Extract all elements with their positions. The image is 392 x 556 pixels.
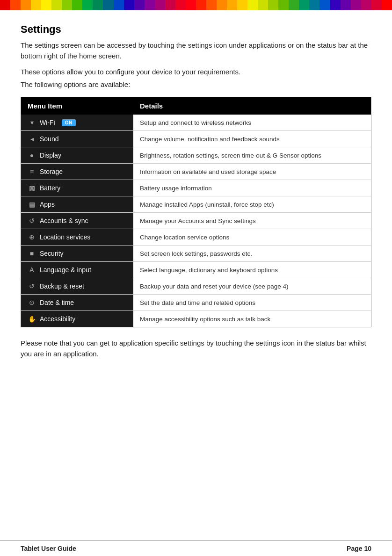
rainbow-segment [10,0,21,10]
page-footer: Tablet User Guide Page 10 [0,541,392,556]
accessibility-icon: ✋ [28,315,36,323]
table-row: ■SecuritySet screen lock settings, passw… [21,246,371,262]
security-icon: ■ [28,250,36,257]
rainbow-segment [155,0,165,10]
rainbow-segment [114,0,124,10]
details-cell: Manage your Accounts and Sync settings [133,213,371,229]
menu-item-label: Apps [40,201,55,208]
rainbow-segment [0,0,10,10]
details-cell: Information on available and used storag… [133,164,371,180]
accounts-icon: ↺ [28,217,36,224]
details-cell: Select language, dictionary and keyboard… [133,262,371,278]
menu-item-label: Security [40,250,64,257]
rainbow-segment [62,0,72,10]
menu-item-cell: ▩Battery [21,180,133,196]
details-cell: Set the date and time and related option… [133,295,371,311]
rainbow-segment [319,0,330,10]
rainbow-segment [186,0,196,10]
table-row: ✋AccessibilityManage accessibility optio… [21,311,371,327]
details-cell: Change location service options [133,229,371,246]
col-header-details: Details [133,97,371,115]
table-row: ▩BatteryBattery usage information [21,180,371,196]
display-icon: ● [28,152,36,159]
apps-icon: ▤ [28,201,36,208]
rainbow-segment [93,0,103,10]
storage-icon: ≡ [28,168,36,175]
rainbow-segment [247,0,258,10]
col-header-menu-item: Menu Item [21,97,133,115]
menu-item-cell: ⊙Date & time [21,295,133,311]
details-cell: Brightness, rotation settings, screen ti… [133,147,371,164]
table-row: ▾Wi-FiONSetup and connect to wireless ne… [21,115,371,131]
menu-item-label: Location services [40,233,90,241]
menu-item-label: Wi-Fi [40,119,55,126]
menu-item-label: Accounts & sync [40,217,88,224]
settings-table-wrapper: Menu Item Details ▾Wi-FiONSetup and conn… [21,97,371,327]
note-text: Please note that you can get to applicat… [21,338,371,360]
menu-item-label: Date & time [40,299,74,306]
main-content: Settings The settings screen can be acce… [0,10,392,392]
rainbow-segment [227,0,237,10]
page-title: Settings [21,23,371,36]
details-cell: Set screen lock settings, passwords etc. [133,246,371,262]
following-text: The following options are available: [21,80,371,88]
rainbow-segment [330,0,341,10]
language-icon: A [28,266,36,274]
location-icon: ⊕ [28,233,36,241]
menu-item-label: Battery [40,184,60,192]
rainbow-segment [134,0,145,10]
footer-left-text: Tablet User Guide [21,545,76,552]
table-row: ●DisplayBrightness, rotation settings, s… [21,147,371,164]
menu-item-cell: ✋Accessibility [21,311,133,327]
rainbow-segment [299,0,309,10]
rainbow-segment [361,0,371,10]
intro-text: The settings screen can be accessed by t… [21,40,371,61]
rainbow-segment [31,0,41,10]
rainbow-segment [165,0,175,10]
rainbow-segment [237,0,247,10]
rainbow-segment [196,0,206,10]
menu-item-cell: ▤Apps [21,196,133,213]
rainbow-segment [51,0,62,10]
battery-icon: ▩ [28,184,36,192]
rainbow-segment [309,0,319,10]
datetime-icon: ⊙ [28,299,36,306]
table-row: ALanguage & inputSelect language, dictio… [21,262,371,278]
rainbow-segment [289,0,299,10]
rainbow-segment [72,0,82,10]
menu-item-cell: ↺Accounts & sync [21,213,133,229]
menu-item-label: Accessibility [40,315,75,323]
rainbow-segment [175,0,186,10]
options-text: These options allow you to configure you… [21,68,371,76]
menu-item-cell: ▾Wi-FiON [21,115,133,131]
wifi-on-badge: ON [62,119,76,126]
menu-item-cell: ●Display [21,147,133,164]
backup-icon: ↺ [28,282,36,290]
menu-item-cell: ↺Backup & reset [21,278,133,295]
menu-item-label: Storage [40,168,63,175]
rainbow-segment [124,0,134,10]
menu-item-label: Display [40,152,61,159]
details-cell: Manage installed Apps (uninstall, force … [133,196,371,213]
rainbow-segment [351,0,361,10]
menu-item-label: Language & input [40,266,91,274]
wifi-icon: ▾ [28,119,36,126]
sound-icon: ◂ [28,135,36,143]
table-row: ⊕Location servicesChange location servic… [21,229,371,246]
menu-item-label: Sound [40,135,58,143]
details-cell: Backup your data and reset your device (… [133,278,371,295]
rainbow-segment [268,0,278,10]
footer-right-text: Page 10 [347,545,371,552]
rainbow-segment [82,0,93,10]
rainbow-segment [217,0,227,10]
table-row: ↺Backup & resetBackup your data and rese… [21,278,371,295]
rainbow-segment [41,0,51,10]
table-row: ▤AppsManage installed Apps (uninstall, f… [21,196,371,213]
rainbow-segment [103,0,113,10]
details-cell: Battery usage information [133,180,371,196]
details-cell: Change volume, notification and feedback… [133,131,371,147]
settings-table: Menu Item Details ▾Wi-FiONSetup and conn… [21,97,371,327]
rainbow-segment [382,0,392,10]
table-row: ⊙Date & timeSet the date and time and re… [21,295,371,311]
rainbow-segment [278,0,289,10]
